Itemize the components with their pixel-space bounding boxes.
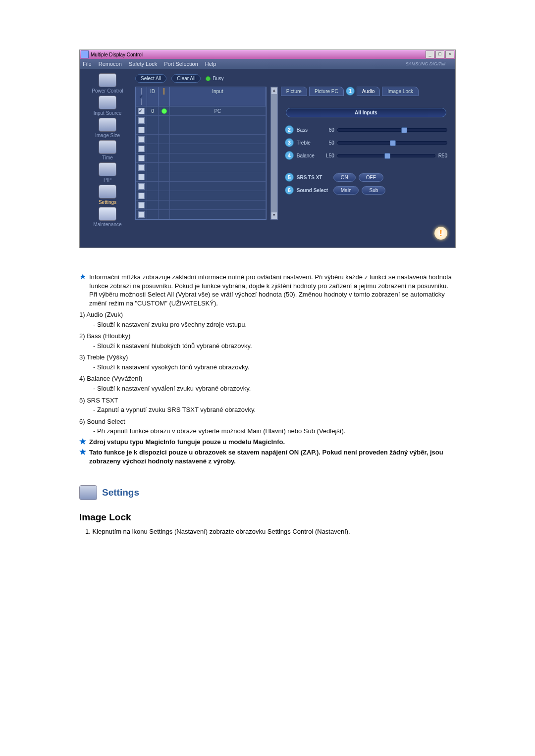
marker-1: 1	[346, 87, 355, 96]
bass-label: Bass	[297, 127, 319, 133]
select-all-button[interactable]: Select All	[135, 74, 166, 83]
bass-slider[interactable]	[337, 128, 447, 132]
grid-head-input[interactable]: Input	[170, 87, 266, 106]
marker-4: 4	[285, 151, 294, 160]
treble-label: Treble	[297, 140, 319, 146]
grid-row[interactable]	[136, 210, 266, 219]
balance-label: Balance	[297, 153, 319, 158]
tab-picture-pc[interactable]: Picture PC	[309, 87, 344, 96]
balance-slider[interactable]	[337, 154, 435, 157]
sound-select-sub-button[interactable]: Sub	[362, 186, 385, 195]
sidebar-item-image-size[interactable]: Image Size	[95, 118, 120, 138]
maximize-button[interactable]: □	[435, 50, 444, 58]
grid-row[interactable]	[136, 153, 266, 163]
grid-row[interactable]	[136, 191, 266, 201]
title-bar: Multiple Display Control _ □ ×	[80, 50, 455, 59]
section-title: Settings	[102, 487, 139, 498]
sidebar-item-input-source[interactable]: Input Source	[94, 96, 122, 116]
grid-row[interactable]	[136, 182, 266, 191]
close-button[interactable]: ×	[445, 50, 454, 58]
scroll-up-icon: ▲	[271, 87, 277, 95]
sidebar-item-settings[interactable]: Settings	[99, 185, 116, 205]
sound-select-main-button[interactable]: Main	[333, 186, 359, 195]
grid-row[interactable]	[136, 172, 266, 182]
sidebar-item-time[interactable]: Time	[99, 140, 116, 160]
srs-label: SRS TS XT	[297, 175, 330, 180]
all-inputs-button[interactable]: All Inputs	[286, 108, 446, 117]
scroll-down-icon: ▼	[271, 212, 277, 219]
bass-value: 60	[321, 127, 334, 133]
note-item-6: 6) Sound Select	[79, 417, 456, 426]
note-bold-2: Tato funkce je k dispozici pouze u obraz…	[89, 448, 456, 465]
note-item-3: 3) Treble (Výšky)	[79, 353, 456, 362]
grid-row[interactable]: 0PC	[136, 106, 266, 116]
note-item-1: 1) Audio (Zvuk)	[79, 310, 456, 319]
marker-2: 2	[285, 125, 294, 134]
note-bold-1: Zdroj vstupu typu MagicInfo funguje pouz…	[89, 438, 285, 447]
settings-icon	[79, 485, 97, 500]
audio-settings-pane: All Inputs 2Bass60 3Treble50 4BalanceL50…	[281, 98, 451, 220]
marker-5: 5	[285, 173, 294, 182]
note-item-2: 2) Bass (Hloubky)	[79, 332, 456, 341]
marker-3: 3	[285, 138, 294, 147]
menu-help[interactable]: Help	[205, 61, 216, 67]
subsection-title: Image Lock	[79, 512, 456, 523]
treble-slider[interactable]	[337, 141, 447, 145]
sidebar-item-maintenance[interactable]: Maintenance	[93, 207, 121, 227]
grid-scrollbar[interactable]: ▲▼	[270, 87, 278, 220]
grid-row[interactable]	[136, 116, 266, 125]
app-icon	[81, 50, 89, 58]
treble-value: 50	[321, 140, 334, 146]
note-item-5: 5) SRS TSXT	[79, 396, 456, 405]
grid-row[interactable]	[136, 135, 266, 144]
srs-on-button[interactable]: ON	[333, 173, 356, 182]
menu-bar: File Remocon Safety Lock Port Selection …	[80, 59, 455, 69]
grid-head-check[interactable]	[136, 87, 147, 106]
info-grid: ID Input 0PC	[135, 87, 267, 220]
help-icon[interactable]: !	[434, 227, 447, 240]
sidebar: Power Control Input Source Image Size Ti…	[84, 73, 131, 244]
minimize-button[interactable]: _	[426, 50, 434, 58]
tab-picture[interactable]: Picture	[281, 87, 307, 96]
grid-row[interactable]	[136, 125, 266, 135]
sound-select-label: Sound Select	[297, 188, 330, 193]
note-item-4: 4) Balance (Vyvážení)	[79, 374, 456, 383]
menu-safety-lock[interactable]: Safety Lock	[129, 61, 157, 67]
balance-value-r: R50	[438, 153, 447, 158]
grid-head-id[interactable]: ID	[147, 87, 159, 106]
menu-file[interactable]: File	[83, 61, 92, 67]
brand-text: SAMSUNG DIGITall	[406, 61, 445, 66]
balance-value-l: L50	[321, 153, 334, 158]
clear-all-button[interactable]: Clear All	[171, 74, 201, 83]
menu-port-selection[interactable]: Port Selection	[164, 61, 198, 67]
note-info: Informační mřížka zobrazuje základní inf…	[89, 273, 456, 307]
tab-image-lock[interactable]: Image Lock	[382, 87, 419, 96]
grid-head-status[interactable]	[159, 87, 170, 106]
tab-audio[interactable]: Audio	[357, 87, 380, 96]
sidebar-item-pip[interactable]: PIP	[99, 162, 116, 183]
srs-off-button[interactable]: OFF	[359, 173, 383, 182]
busy-indicator: Busy	[206, 76, 223, 81]
app-title: Multiple Display Control	[91, 52, 426, 57]
grid-row[interactable]	[136, 163, 266, 172]
grid-row[interactable]	[136, 144, 266, 153]
step-text: 1. Klepnutím na ikonu Settings (Nastaven…	[85, 528, 456, 535]
grid-row[interactable]	[136, 201, 266, 210]
sidebar-item-power-control[interactable]: Power Control	[92, 73, 123, 94]
status-bar: !	[135, 223, 451, 244]
app-window: Multiple Display Control _ □ × File Remo…	[79, 50, 456, 248]
marker-6: 6	[285, 186, 294, 195]
menu-remocon[interactable]: Remocon	[99, 61, 122, 67]
